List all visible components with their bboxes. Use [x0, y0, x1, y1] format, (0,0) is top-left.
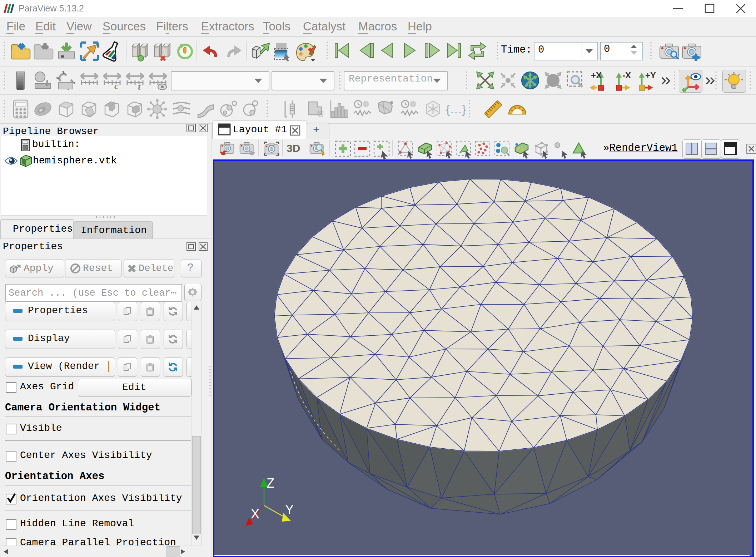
svg-text:Y: Y	[285, 502, 294, 517]
svg-text:Z: Z	[267, 476, 274, 491]
svg-text:t: t	[138, 82, 141, 92]
svg-text:+X: +X	[591, 70, 602, 80]
svg-text:+Y: +Y	[645, 70, 656, 80]
svg-text:X: X	[251, 507, 259, 521]
svg-text:-X: -X	[622, 70, 631, 80]
svg-text:{…}: {…}	[446, 102, 466, 116]
svg-text:c: c	[114, 81, 119, 91]
